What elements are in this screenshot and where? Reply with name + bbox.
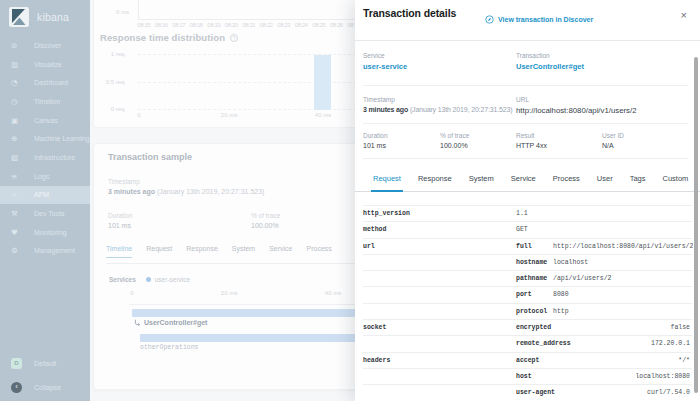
sidebar-item-label: Timelion xyxy=(34,98,60,105)
property-row-method: methodGET xyxy=(363,221,692,237)
timestamp-value: 3 minutes ago (January 13th 2019, 20:27:… xyxy=(363,106,512,113)
property-key: socket xyxy=(363,320,386,336)
view-in-discover-link[interactable]: View transaction in Discover xyxy=(485,15,593,24)
waterfall-label-otheroperations: otherOperations xyxy=(140,344,199,351)
x-tick: 08:18 xyxy=(188,22,206,28)
property-subkey: port xyxy=(516,287,532,303)
sample-title: Transaction sample xyxy=(108,152,192,162)
sample-tab-request[interactable]: Request xyxy=(146,245,172,258)
sidebar-item-machine-learning[interactable]: ⊕Machine Learning xyxy=(0,129,90,148)
transaction-link[interactable]: UserController#get xyxy=(516,62,584,71)
sidebar-nav: ⊘Discover▥Visualize◔Dashboard◷Timelion▣C… xyxy=(0,36,90,260)
mini-chart-y-tick: 0 ms xyxy=(94,9,129,15)
machine-learning-icon: ⊕ xyxy=(11,134,26,143)
property-value: http://localhost:8080/api/v1/users/2 xyxy=(553,239,693,255)
property-row-port: port8080 xyxy=(363,286,692,302)
property-row-pathname: pathname/api/v1/users/2 xyxy=(363,270,692,286)
timestamp-label: Timestamp xyxy=(363,96,395,103)
property-row-hostname: hostnamelocalhost xyxy=(363,254,692,270)
gear-icon: ⚙ xyxy=(11,246,26,255)
sidebar-item-logs[interactable]: ≡Logs xyxy=(0,167,90,186)
url-value: http://localhost:8080/api/v1/users/2 xyxy=(516,106,637,115)
property-row-user-agent: user-agentcurl/7.54.0 xyxy=(363,384,692,400)
help-icon[interactable]: ? xyxy=(230,34,238,42)
sidebar-item-label: Management xyxy=(34,247,75,254)
duration-value: 101 ms xyxy=(363,142,386,149)
property-value: GET xyxy=(516,222,528,238)
sidebar-item-apm[interactable]: ≈APM xyxy=(0,186,90,205)
flyout-tab-request[interactable]: Request xyxy=(371,170,403,192)
sample-tab-timeline[interactable]: Timeline xyxy=(106,245,132,258)
transaction-label: Transaction xyxy=(516,52,550,59)
y-tick: 0 req. xyxy=(111,106,126,112)
discover-icon xyxy=(485,15,494,24)
flyout-tab-tags[interactable]: Tags xyxy=(628,170,648,191)
property-value: 8080 xyxy=(553,287,569,303)
x-tick: 08:19 xyxy=(205,22,223,28)
sidebar-item-timelion[interactable]: ◷Timelion xyxy=(0,92,90,111)
sidebar-item-label: Machine Learning xyxy=(34,135,90,142)
mini-chart-x-axis: 08:1508:1608:1708:1808:1908:2008:2108:22… xyxy=(135,22,363,28)
sidebar-item-discover[interactable]: ⊘Discover xyxy=(0,36,90,55)
collapse-icon: ‹ xyxy=(11,382,22,393)
sample-duration-label: Duration xyxy=(108,212,133,219)
request-properties-table: http_version1.1methodGETurlfullhttp://lo… xyxy=(363,205,692,401)
sidebar-item-management[interactable]: ⚙Management xyxy=(0,242,90,261)
sample-tab-system[interactable]: System xyxy=(232,245,255,258)
sample-timestamp-relative: 3 minutes ago xyxy=(108,188,155,195)
close-icon[interactable]: × xyxy=(681,10,687,21)
property-subkey: encrypted xyxy=(516,320,551,336)
flyout-tab-service[interactable]: Service xyxy=(509,170,538,191)
mini-chart-axis xyxy=(138,0,139,19)
property-subkey: pathname xyxy=(516,271,547,287)
property-subkey: protocol xyxy=(516,304,547,320)
sidebar-item-dev-tools[interactable]: ⚒Dev Tools xyxy=(0,204,90,223)
collapse-label: Collapse xyxy=(34,384,61,391)
property-row-remote-address: remote_address172.20.0.1 xyxy=(363,335,692,351)
x-tick: 08:24 xyxy=(293,22,311,28)
property-subkey: full xyxy=(516,239,532,255)
logs-icon: ≡ xyxy=(11,172,26,181)
flyout-tab-user[interactable]: User xyxy=(595,170,615,191)
flyout-tab-custom[interactable]: Custom xyxy=(661,170,691,191)
x-tick: 40 ms xyxy=(325,290,341,296)
x-tick: 08:26 xyxy=(328,22,346,28)
sidebar-item-default-space[interactable]: D Default xyxy=(0,351,90,375)
flyout-scrollbar[interactable] xyxy=(694,57,698,393)
sidebar-item-canvas[interactable]: ▣Canvas xyxy=(0,111,90,130)
kibana-apm-app: { "colors": { "accent_blue": "#2193c8", … xyxy=(0,0,700,401)
property-subkey: host xyxy=(516,369,532,385)
sidebar-item-visualize[interactable]: ▥Visualize xyxy=(0,55,90,74)
sample-tab-response[interactable]: Response xyxy=(186,245,218,258)
flyout-tab-process[interactable]: Process xyxy=(551,170,582,191)
kibana-logo[interactable]: kibana xyxy=(0,0,90,34)
flyout-tab-system[interactable]: System xyxy=(467,170,496,191)
canvas-icon: ▣ xyxy=(11,116,26,125)
compass-icon: ⊘ xyxy=(11,41,26,50)
sidebar-item-label: Logs xyxy=(34,173,49,180)
sidebar-bottom: D Default ‹ Collapse xyxy=(0,351,90,399)
y-tick: 1 req. xyxy=(111,51,126,57)
heart-icon: ♥ xyxy=(11,228,26,237)
property-key: url xyxy=(363,239,375,255)
property-row-protocol: protocolhttp xyxy=(363,303,692,319)
sidebar-item-collapse[interactable]: ‹ Collapse xyxy=(0,375,90,399)
sidebar-item-infrastructure[interactable]: ▧Infrastructure xyxy=(0,148,90,167)
property-value: localhost xyxy=(553,255,588,271)
property-value: */* xyxy=(678,353,690,369)
property-subkey: accept xyxy=(516,353,539,369)
sample-tab-process[interactable]: Process xyxy=(307,245,332,258)
distribution-bar[interactable] xyxy=(314,55,331,110)
sample-trace-value: 100.00% xyxy=(251,222,279,229)
property-subkey: remote_address xyxy=(516,336,571,352)
flyout-tab-response[interactable]: Response xyxy=(416,170,454,191)
sidebar-item-monitoring[interactable]: ♥Monitoring xyxy=(0,223,90,242)
sidebar-item-dashboard[interactable]: ◔Dashboard xyxy=(0,73,90,92)
sample-trace-label: % of trace xyxy=(251,212,280,219)
trace-value: 100.00% xyxy=(440,142,468,149)
clock-icon: ◷ xyxy=(11,97,26,106)
x-tick: 08:16 xyxy=(153,22,171,28)
sample-tab-service[interactable]: Service xyxy=(269,245,292,258)
service-link[interactable]: user-service xyxy=(363,62,407,71)
space-badge: D xyxy=(11,358,22,369)
